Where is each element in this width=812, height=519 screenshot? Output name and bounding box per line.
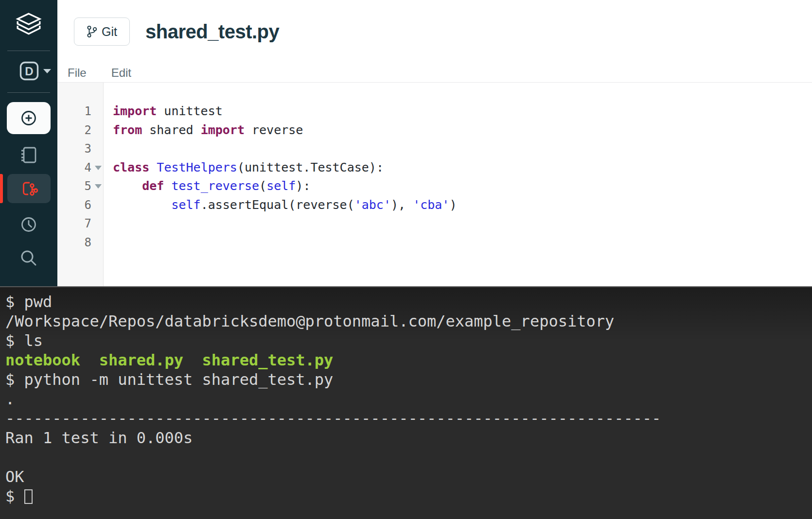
fold-caret-icon[interactable] [95, 166, 102, 170]
terminal-prompt: $ [5, 487, 24, 505]
menu-item-file[interactable]: File [68, 66, 87, 80]
code-line[interactable]: def test_reverse(self): [113, 177, 812, 196]
repos-git-folder-icon [19, 179, 39, 198]
code-line[interactable]: import unittest [113, 102, 812, 121]
main-panel: Git shared_test.py FileEdit 12345678 imp… [57, 0, 812, 286]
recents-button[interactable] [0, 216, 57, 233]
terminal-line: /Workspace/Repos/databricksdemo@protonma… [5, 311, 812, 331]
terminal-line: . [5, 389, 812, 409]
line-number: 3 [57, 139, 103, 158]
databricks-logo-icon[interactable] [0, 13, 57, 36]
code-line[interactable]: class TestHelpers(unittest.TestCase): [113, 158, 812, 177]
terminal-cursor [24, 489, 33, 504]
line-number: 7 [57, 214, 103, 233]
git-button-label: Git [102, 25, 117, 39]
code-line[interactable] [113, 139, 812, 158]
terminal-prompt: $ [5, 331, 24, 350]
terminal-line: $ python -m unittest shared_test.py [5, 370, 812, 389]
sidebar-divider [7, 92, 50, 93]
terminal-line: notebook shared.py shared_test.py [5, 350, 812, 370]
file-header: Git shared_test.py [57, 0, 812, 63]
sidebar-divider [7, 51, 50, 51]
line-number: 4 [57, 158, 103, 177]
workspace: D [0, 0, 812, 286]
terminal-line: Ran 1 test in 0.000s [5, 428, 812, 448]
search-button[interactable] [0, 249, 57, 267]
notebook-button[interactable] [0, 146, 57, 164]
line-number: 1 [57, 102, 103, 121]
terminal-line: OK [5, 467, 812, 486]
code-editor[interactable]: 12345678 import unittestfrom shared impo… [57, 83, 812, 286]
terminal-line: ----------------------------------------… [5, 409, 812, 428]
clock-icon [20, 216, 37, 233]
menu-item-edit[interactable]: Edit [111, 66, 131, 80]
line-number: 8 [57, 233, 103, 252]
git-button[interactable]: Git [74, 17, 130, 46]
terminal-prompt: $ [5, 370, 24, 389]
new-button[interactable] [7, 102, 51, 134]
repos-button[interactable] [7, 174, 51, 203]
editor-code[interactable]: import unittestfrom shared import revers… [104, 83, 812, 286]
code-line[interactable] [113, 214, 812, 233]
terminal-line [5, 448, 812, 467]
terminal-output[interactable]: $ pwd/Workspace/Repos/databricksdemo@pro… [0, 286, 812, 519]
search-icon [19, 249, 38, 267]
menubar: FileEdit [57, 63, 812, 83]
app-window: D [0, 0, 812, 519]
workspace-switcher[interactable]: D [19, 61, 51, 81]
line-number: 2 [57, 121, 103, 140]
line-number: 5 [57, 177, 103, 196]
fold-caret-icon[interactable] [95, 184, 102, 189]
line-number: 6 [57, 196, 103, 215]
terminal-prompt: $ [5, 293, 24, 311]
svg-text:D: D [25, 65, 33, 78]
terminal-line: $ pwd [5, 292, 812, 311]
editor-gutter: 12345678 [57, 83, 104, 286]
terminal-line: $ [5, 486, 812, 506]
git-branch-icon [87, 25, 97, 38]
code-line[interactable]: self.assertEqual(reverse('abc'), 'cba') [113, 196, 812, 215]
notebook-icon [19, 146, 38, 164]
code-line[interactable] [113, 233, 812, 252]
page-title: shared_test.py [145, 21, 279, 43]
chevron-down-icon [43, 69, 51, 73]
active-indicator [0, 174, 3, 203]
sidebar: D [0, 0, 57, 286]
plus-circle-icon [20, 109, 37, 127]
terminal-line: $ ls [5, 331, 812, 350]
workspace-d-icon: D [19, 61, 39, 81]
code-line[interactable]: from shared import reverse [113, 121, 812, 140]
